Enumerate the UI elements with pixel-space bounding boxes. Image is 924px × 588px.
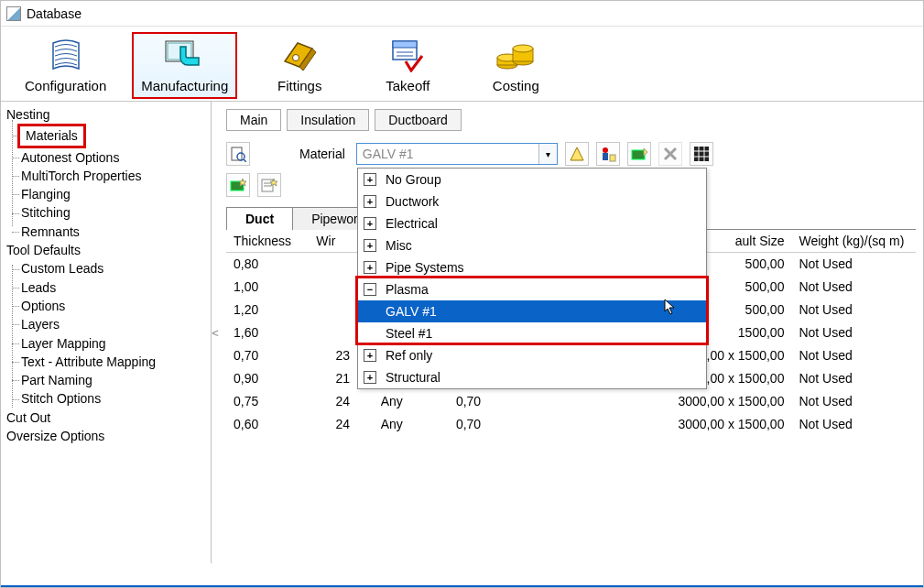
toolbar-label: Costing <box>493 78 539 93</box>
svg-point-14 <box>513 45 533 52</box>
tree-item-leads[interactable]: Leads <box>6 278 205 297</box>
svg-rect-19 <box>603 153 608 160</box>
dropdown-item-ref-only[interactable]: +Ref only <box>358 344 706 366</box>
dropdown-item-electrical[interactable]: +Electrical <box>358 212 706 234</box>
tree-item-text-attribute-mapping[interactable]: Text - Attribute Mapping <box>6 353 205 371</box>
tree-item-autonest-options[interactable]: Autonest Options <box>6 148 205 167</box>
chevron-down-icon: ▾ <box>538 144 557 164</box>
grid-button[interactable] <box>690 142 713 166</box>
svg-line-17 <box>244 159 246 162</box>
tree-group-oversize-options[interactable]: Oversize Options <box>6 427 205 445</box>
tree-item-stitch-options[interactable]: Stitch Options <box>6 389 205 408</box>
delete-button <box>658 142 682 166</box>
toolbar-costing[interactable]: Costing <box>470 32 561 99</box>
material-label: Material <box>299 147 345 161</box>
window-bottom-border <box>1 585 923 587</box>
material-combo-text: GALV #1 <box>357 147 538 161</box>
toolbar-fittings[interactable]: Fittings <box>254 32 345 99</box>
material-row: Material GALV #1 ▾ +No Group +Ductwork +… <box>226 142 916 166</box>
svg-rect-21 <box>632 150 645 159</box>
dropdown-item-ductwork[interactable]: +Ductwork <box>358 191 706 212</box>
new-star-button[interactable] <box>226 173 250 197</box>
toolbar-label: Takeoff <box>386 78 429 93</box>
expand-icon: + <box>364 239 376 252</box>
col-wire[interactable]: Wir <box>309 230 357 253</box>
toolbar-label: Fittings <box>277 78 321 93</box>
tree-group-nesting[interactable]: Nesting <box>6 105 205 124</box>
window-title: Database <box>27 6 82 21</box>
subtab-ductboard[interactable]: Ductboard <box>375 109 462 131</box>
toolbar-configuration[interactable]: Configuration <box>16 32 115 99</box>
subtab-main[interactable]: Main <box>226 109 281 131</box>
tree-item-options[interactable]: Options <box>6 297 205 315</box>
dropdown-item-pipe-systems[interactable]: +Pipe Systems <box>358 256 706 278</box>
sidebar-tree: Nesting Materials Autonest Options Multi… <box>1 102 212 563</box>
takeoff-icon <box>389 36 426 76</box>
tree-item-custom-leads[interactable]: Custom Leads <box>6 259 205 278</box>
svg-rect-6 <box>393 41 417 48</box>
tree-item-multitorch-properties[interactable]: MultiTorch Properties <box>6 167 205 185</box>
toolbar-label: Manufacturing <box>141 78 228 93</box>
fittings-icon <box>281 36 318 76</box>
toolbar-label: Configuration <box>25 78 106 93</box>
dropdown-item-misc[interactable]: +Misc <box>358 234 706 256</box>
app-icon <box>6 6 21 21</box>
col-weight[interactable]: Weight (kg)/(sq m) <box>791 230 916 253</box>
costing-icon <box>495 36 536 76</box>
manufacturing-icon <box>164 36 206 76</box>
dropdown-item-plasma[interactable]: −Plasma <box>358 278 706 300</box>
expand-icon: + <box>364 261 376 274</box>
expand-icon: + <box>364 371 376 384</box>
table-row[interactable]: 0,7524Any0,703000,00 x 1500,00Not Used <box>226 390 916 413</box>
dropdown-item-structural[interactable]: +Structural <box>358 366 706 388</box>
material-dropdown[interactable]: +No Group +Ductwork +Electrical +Misc +P… <box>357 168 707 389</box>
content-panel: Main Insulation Ductboard Material GALV … <box>219 102 923 563</box>
main-toolbar: Configuration Manufacturing Fittings <box>1 27 923 102</box>
expand-icon: + <box>364 349 376 362</box>
svg-rect-15 <box>232 147 242 160</box>
collapse-icon: − <box>364 283 376 296</box>
svg-point-18 <box>603 147 608 153</box>
svg-rect-20 <box>610 155 615 161</box>
table-row[interactable]: 0,6024Any0,703000,00 x 1500,00Not Used <box>226 413 916 436</box>
tree-item-materials[interactable]: Materials <box>6 124 205 147</box>
subtab-insulation[interactable]: Insulation <box>287 109 369 131</box>
new-item-button[interactable] <box>565 142 589 166</box>
add-button[interactable] <box>627 142 651 166</box>
app-window: Database Configuration Manufacturing <box>0 0 924 588</box>
tree-item-layers[interactable]: Layers <box>6 315 205 333</box>
dropdown-item-steel1[interactable]: Steel #1 <box>358 322 706 344</box>
tree-item-stitching[interactable]: Stitching <box>6 203 205 222</box>
dropdown-item-no-group[interactable]: +No Group <box>358 169 706 191</box>
svg-marker-22 <box>644 148 647 156</box>
body-split: Nesting Materials Autonest Options Multi… <box>1 102 923 563</box>
preview-button[interactable] <box>226 142 250 166</box>
info-button[interactable] <box>596 142 620 166</box>
title-bar: Database <box>1 1 923 27</box>
toolbar-takeoff[interactable]: Takeoff <box>362 32 453 99</box>
expand-icon: + <box>364 217 376 230</box>
material-combo[interactable]: GALV #1 ▾ <box>356 143 558 165</box>
splitter-handle[interactable]: < <box>212 102 219 563</box>
tree-group-cut-out[interactable]: Cut Out <box>6 408 205 427</box>
tree-item-remnants[interactable]: Remnants <box>6 223 205 241</box>
expand-icon: + <box>364 173 376 186</box>
tree-item-part-naming[interactable]: Part Naming <box>6 371 205 389</box>
data-tab-duct[interactable]: Duct <box>226 207 293 230</box>
svg-point-4 <box>293 55 299 61</box>
note-star-button[interactable] <box>257 173 281 197</box>
configuration-icon <box>48 36 84 76</box>
dropdown-item-galv1[interactable]: GALV #1 <box>358 300 706 322</box>
tree-item-flanging[interactable]: Flanging <box>6 185 205 203</box>
tree-item-layer-mapping[interactable]: Layer Mapping <box>6 334 205 353</box>
expand-icon: + <box>364 195 376 208</box>
col-thickness[interactable]: Thickness <box>226 230 309 253</box>
tree-group-tool-defaults[interactable]: Tool Defaults <box>6 241 205 259</box>
subtabs: Main Insulation Ductboard <box>226 109 916 131</box>
svg-rect-23 <box>694 147 709 161</box>
toolbar-manufacturing[interactable]: Manufacturing <box>132 32 237 99</box>
